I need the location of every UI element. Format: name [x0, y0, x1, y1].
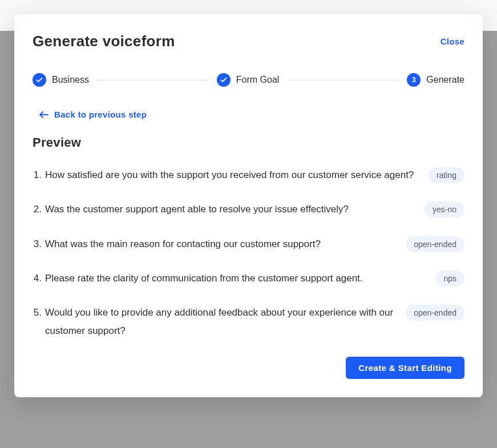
question-number [33, 169, 42, 181]
modal-header: Generate voiceform Close [33, 33, 464, 50]
question-type-tag: yes-no [425, 201, 464, 217]
modal-footer: Create & Start Editing [33, 357, 464, 379]
step-connector [287, 80, 399, 80]
question-text: Please rate the clarity of communication… [45, 269, 424, 288]
question-type-tag: nps [435, 271, 464, 286]
step-label: Generate [426, 75, 464, 85]
question-text: Was the customer support agent able to r… [45, 200, 413, 219]
list-item: Please rate the clarity of communication… [33, 269, 464, 288]
step-label: Form Goal [236, 75, 280, 85]
step-business: Business [33, 73, 89, 87]
question-text-wrap: What was the main reason for contacting … [33, 235, 394, 253]
list-item: Was the customer support agent able to r… [33, 200, 464, 219]
question-text: What was the main reason for contacting … [45, 235, 394, 253]
step-label: Business [52, 75, 89, 85]
generate-voiceform-modal: Generate voiceform Close Business Form G… [14, 14, 483, 397]
step-form-goal: Form Goal [217, 73, 280, 87]
list-item: Would you like to provide any additional… [33, 304, 464, 341]
checkmark-icon [33, 73, 46, 87]
close-button[interactable]: Close [441, 37, 464, 46]
question-text: How satisfied are you with the support y… [45, 166, 417, 184]
question-number [33, 239, 42, 250]
modal-title: Generate voiceform [33, 33, 175, 50]
create-start-editing-button[interactable]: Create & Start Editing [346, 357, 464, 379]
step-number: 3 [412, 76, 416, 84]
list-item: How satisfied are you with the support y… [33, 166, 464, 184]
back-label: Back to previous step [54, 110, 147, 119]
question-text: Would you like to provide any additional… [45, 304, 394, 341]
question-text-wrap: Was the customer support agent able to r… [33, 200, 413, 219]
question-number [33, 307, 42, 318]
questions-list: How satisfied are you with the support y… [33, 166, 464, 341]
step-connector [97, 80, 209, 80]
arrow-left-icon [39, 111, 49, 118]
question-number [33, 204, 42, 215]
stepper: Business Form Goal 3 Generate [33, 73, 464, 87]
back-button[interactable]: Back to previous step [39, 110, 147, 119]
question-text-wrap: Please rate the clarity of communication… [33, 269, 424, 288]
step-generate: 3 Generate [407, 73, 464, 87]
list-item: What was the main reason for contacting … [33, 235, 464, 253]
question-text-wrap: Would you like to provide any additional… [33, 304, 394, 341]
preview-heading: Preview [33, 135, 464, 150]
question-type-tag: open-ended [406, 305, 464, 321]
step-number-badge: 3 [407, 73, 421, 87]
question-text-wrap: How satisfied are you with the support y… [33, 166, 417, 184]
question-type-tag: rating [429, 167, 464, 183]
checkmark-icon [217, 73, 231, 87]
question-number [33, 273, 42, 284]
question-type-tag: open-ended [406, 236, 464, 252]
